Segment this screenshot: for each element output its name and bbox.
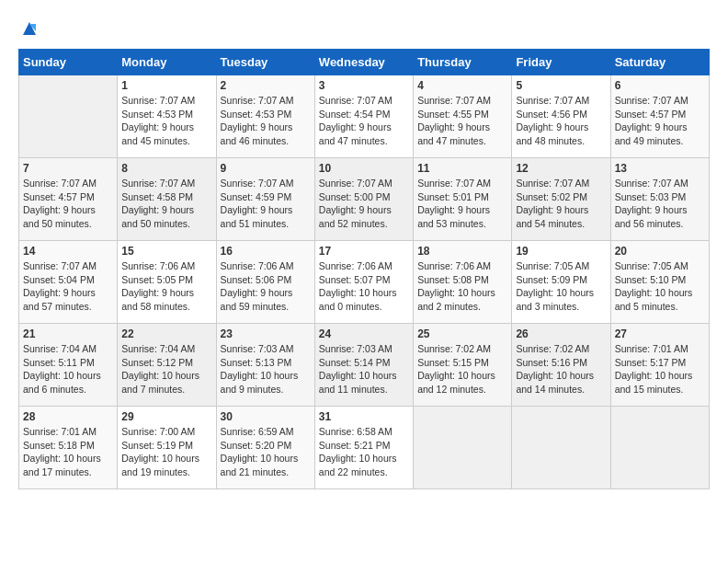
week-row-3: 21Sunrise: 7:04 AM Sunset: 5:11 PM Dayli… [19,324,710,407]
calendar-cell: 19Sunrise: 7:05 AM Sunset: 5:09 PM Dayli… [512,241,610,324]
calendar-cell: 11Sunrise: 7:07 AM Sunset: 5:01 PM Dayli… [414,158,512,241]
day-info: Sunrise: 7:07 AM Sunset: 5:04 PM Dayligh… [23,259,113,314]
day-number: 20 [615,245,705,258]
day-number: 6 [615,79,705,92]
day-number: 22 [121,327,211,340]
col-header-saturday: Saturday [610,50,709,75]
day-info: Sunrise: 7:05 AM Sunset: 5:09 PM Dayligh… [516,259,606,314]
calendar-cell: 24Sunrise: 7:03 AM Sunset: 5:14 PM Dayli… [314,324,413,407]
calendar-cell: 15Sunrise: 7:06 AM Sunset: 5:05 PM Dayli… [118,241,216,324]
calendar-cell: 28Sunrise: 7:01 AM Sunset: 5:18 PM Dayli… [19,407,118,489]
calendar-cell: 10Sunrise: 7:07 AM Sunset: 5:00 PM Dayli… [314,158,413,241]
day-info: Sunrise: 7:03 AM Sunset: 5:13 PM Dayligh… [221,342,311,396]
day-number: 11 [417,162,507,175]
week-row-4: 28Sunrise: 7:01 AM Sunset: 5:18 PM Dayli… [19,407,710,489]
calendar-cell: 31Sunrise: 6:58 AM Sunset: 5:21 PM Dayli… [314,407,413,489]
col-header-tuesday: Tuesday [216,50,314,75]
calendar-cell: 22Sunrise: 7:04 AM Sunset: 5:12 PM Dayli… [118,324,216,407]
calendar-cell: 30Sunrise: 6:59 AM Sunset: 5:20 PM Dayli… [216,407,314,489]
calendar-cell: 8Sunrise: 7:07 AM Sunset: 4:58 PM Daylig… [118,158,216,241]
col-header-wednesday: Wednesday [314,50,413,75]
day-info: Sunrise: 7:07 AM Sunset: 5:01 PM Dayligh… [417,177,507,231]
logo [18,18,43,40]
day-number: 8 [121,162,211,175]
calendar-cell: 16Sunrise: 7:06 AM Sunset: 5:06 PM Dayli… [216,241,314,324]
day-info: Sunrise: 7:07 AM Sunset: 5:02 PM Dayligh… [516,177,606,231]
day-info: Sunrise: 7:04 AM Sunset: 5:12 PM Dayligh… [121,342,211,396]
logo-icon [19,18,40,39]
calendar-cell: 4Sunrise: 7:07 AM Sunset: 4:55 PM Daylig… [414,75,512,158]
day-info: Sunrise: 7:07 AM Sunset: 4:57 PM Dayligh… [615,94,705,148]
day-info: Sunrise: 7:01 AM Sunset: 5:18 PM Dayligh… [23,425,113,479]
calendar-cell: 5Sunrise: 7:07 AM Sunset: 4:56 PM Daylig… [512,75,610,158]
day-number: 13 [615,162,705,175]
day-number: 26 [516,327,606,340]
day-number: 21 [23,327,113,340]
day-info: Sunrise: 7:05 AM Sunset: 5:10 PM Dayligh… [615,259,705,314]
calendar-cell: 6Sunrise: 7:07 AM Sunset: 4:57 PM Daylig… [610,75,709,158]
calendar-cell: 9Sunrise: 7:07 AM Sunset: 4:59 PM Daylig… [216,158,314,241]
calendar-table: SundayMondayTuesdayWednesdayThursdayFrid… [18,49,710,489]
day-number: 24 [319,327,409,340]
day-info: Sunrise: 7:07 AM Sunset: 4:59 PM Dayligh… [221,177,311,231]
day-info: Sunrise: 7:07 AM Sunset: 4:58 PM Dayligh… [121,177,211,231]
day-number: 14 [23,245,113,258]
calendar-cell: 1Sunrise: 7:07 AM Sunset: 4:53 PM Daylig… [118,75,216,158]
col-header-sunday: Sunday [19,50,118,75]
day-info: Sunrise: 7:07 AM Sunset: 4:55 PM Dayligh… [417,94,507,148]
calendar-cell [512,407,610,489]
day-number: 12 [516,162,606,175]
day-number: 16 [221,245,311,258]
day-info: Sunrise: 7:07 AM Sunset: 4:57 PM Dayligh… [23,177,113,231]
day-number: 30 [221,410,311,423]
day-number: 23 [221,327,311,340]
day-number: 1 [121,79,211,92]
day-info: Sunrise: 7:06 AM Sunset: 5:07 PM Dayligh… [319,259,409,314]
calendar-cell: 25Sunrise: 7:02 AM Sunset: 5:15 PM Dayli… [414,324,512,407]
day-number: 10 [319,162,409,175]
week-row-1: 7Sunrise: 7:07 AM Sunset: 4:57 PM Daylig… [19,158,710,241]
calendar-cell: 26Sunrise: 7:02 AM Sunset: 5:16 PM Dayli… [512,324,610,407]
day-info: Sunrise: 7:07 AM Sunset: 5:03 PM Dayligh… [615,177,705,231]
calendar-cell: 7Sunrise: 7:07 AM Sunset: 4:57 PM Daylig… [19,158,118,241]
day-info: Sunrise: 7:03 AM Sunset: 5:14 PM Dayligh… [319,342,409,396]
week-row-0: 1Sunrise: 7:07 AM Sunset: 4:53 PM Daylig… [19,75,710,158]
calendar-cell: 29Sunrise: 7:00 AM Sunset: 5:19 PM Dayli… [118,407,216,489]
day-number: 27 [615,327,705,340]
day-number: 2 [221,79,311,92]
day-info: Sunrise: 7:07 AM Sunset: 4:53 PM Dayligh… [221,94,311,148]
day-info: Sunrise: 7:06 AM Sunset: 5:05 PM Dayligh… [121,259,211,314]
day-number: 19 [516,245,606,258]
calendar-cell: 21Sunrise: 7:04 AM Sunset: 5:11 PM Dayli… [19,324,118,407]
col-header-thursday: Thursday [414,50,512,75]
calendar-cell [19,75,118,158]
col-header-monday: Monday [118,50,216,75]
day-number: 31 [319,410,409,423]
day-info: Sunrise: 7:07 AM Sunset: 4:53 PM Dayligh… [121,94,211,148]
day-number: 15 [121,245,211,258]
day-number: 7 [23,162,113,175]
calendar-cell [610,407,709,489]
day-number: 4 [417,79,507,92]
day-number: 9 [221,162,311,175]
calendar-cell: 20Sunrise: 7:05 AM Sunset: 5:10 PM Dayli… [610,241,709,324]
day-info: Sunrise: 7:06 AM Sunset: 5:06 PM Dayligh… [221,259,311,314]
calendar-cell: 13Sunrise: 7:07 AM Sunset: 5:03 PM Dayli… [610,158,709,241]
calendar-cell: 14Sunrise: 7:07 AM Sunset: 5:04 PM Dayli… [19,241,118,324]
calendar-cell: 12Sunrise: 7:07 AM Sunset: 5:02 PM Dayli… [512,158,610,241]
col-header-friday: Friday [512,50,610,75]
day-number: 18 [417,245,507,258]
calendar-cell: 27Sunrise: 7:01 AM Sunset: 5:17 PM Dayli… [610,324,709,407]
day-number: 5 [516,79,606,92]
day-info: Sunrise: 6:58 AM Sunset: 5:21 PM Dayligh… [319,425,409,479]
week-row-2: 14Sunrise: 7:07 AM Sunset: 5:04 PM Dayli… [19,241,710,324]
day-number: 3 [319,79,409,92]
day-number: 17 [319,245,409,258]
header [18,18,710,40]
day-info: Sunrise: 7:00 AM Sunset: 5:19 PM Dayligh… [121,425,211,479]
day-info: Sunrise: 7:02 AM Sunset: 5:15 PM Dayligh… [417,342,507,396]
calendar-cell [414,407,512,489]
day-number: 28 [23,410,113,423]
day-info: Sunrise: 7:06 AM Sunset: 5:08 PM Dayligh… [417,259,507,314]
calendar-cell: 3Sunrise: 7:07 AM Sunset: 4:54 PM Daylig… [314,75,413,158]
